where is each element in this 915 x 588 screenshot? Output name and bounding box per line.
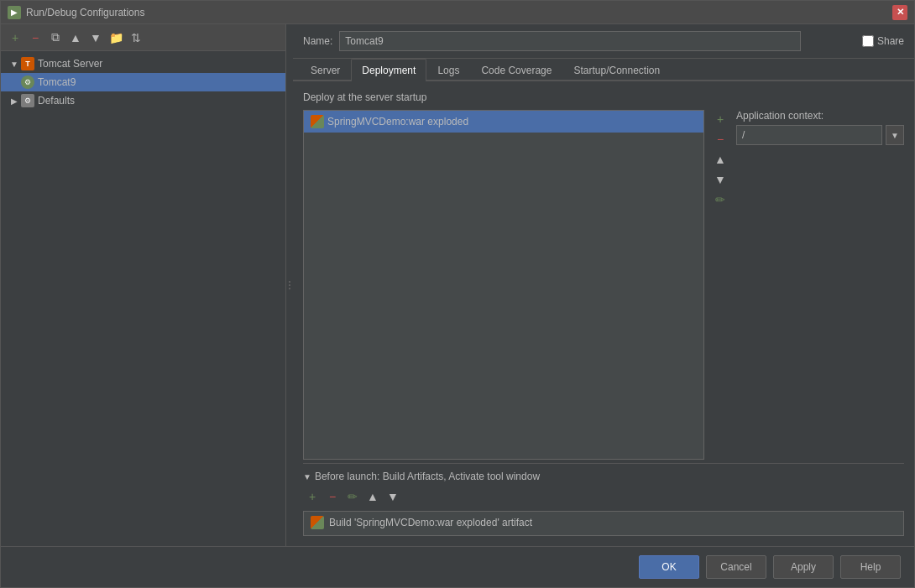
move-down-button[interactable]: ▼ [86,29,105,47]
edit-deploy-button[interactable]: ✏ [711,190,729,209]
tomcat9-label: Tomcat9 [38,76,76,88]
resize-dots [289,281,290,289]
app-context-dropdown[interactable]: ▼ [886,125,904,145]
sort-button[interactable]: ⇅ [127,29,145,47]
tree-defaults[interactable]: ▶ ⚙ Defaults [1,91,285,110]
remove-before-launch-button[interactable]: − [323,487,342,506]
share-label: Share [877,35,904,47]
app-context-label: Application context: [736,110,904,122]
run-debug-dialog: ▶ Run/Debug Configurations ✕ + − ⧉ ▲ ▼ 📁… [0,0,915,588]
add-config-button[interactable]: + [6,29,24,47]
deploy-area: SpringMVCDemo:war exploded + − ▲ ▼ ✏ App… [303,110,904,460]
move-down-before-launch-button[interactable]: ▼ [384,487,402,506]
left-toolbar: + − ⧉ ▲ ▼ 📁 ⇅ [1,24,285,51]
deployment-tab-content: Deploy at the server startup SpringMVCDe… [293,81,914,546]
tree-tomcat-server[interactable]: ▼ T Tomcat Server [1,55,285,73]
deploy-item-label: SpringMVCDemo:war exploded [327,116,468,127]
tomcat-server-icon: T [21,57,34,70]
deploy-section-label: Deploy at the server startup [303,91,904,103]
tab-code-coverage[interactable]: Code Coverage [470,59,562,81]
deploy-item[interactable]: SpringMVCDemo:war exploded [304,111,703,133]
before-launch-item-label: Build 'SpringMVCDemo:war exploded' artif… [329,517,532,528]
defaults-icon: ⚙ [21,94,34,107]
tab-startup-connection[interactable]: Startup/Connection [562,59,671,81]
share-area: Share [862,35,904,47]
defaults-label: Defaults [38,95,75,107]
tomcat-server-label: Tomcat Server [38,58,102,70]
right-panel: Name: Share Server Deployment Logs Code … [293,24,914,546]
remove-config-button[interactable]: − [26,29,44,47]
name-input[interactable] [339,31,801,51]
bottom-bar: OK Cancel Apply Help [1,546,914,587]
before-launch-artifact-icon [311,516,324,529]
app-context-row: ▼ [736,125,904,145]
add-before-launch-button[interactable]: + [303,487,322,506]
titlebar-icon: ▶ [8,6,21,19]
titlebar: ▶ Run/Debug Configurations ✕ [1,1,914,24]
add-deploy-button[interactable]: + [711,110,729,128]
help-button[interactable]: Help [840,555,901,579]
remove-deploy-button[interactable]: − [711,130,729,148]
before-launch-label: Before launch: Build Artifacts, Activate… [315,471,540,482]
move-up-deploy-button[interactable]: ▲ [711,150,729,169]
resize-handle[interactable] [286,24,293,546]
deploy-list: SpringMVCDemo:war exploded [303,110,704,460]
collapse-icon: ▼ [303,472,311,481]
tomcat9-icon: ⚙ [21,75,34,89]
folder-button[interactable]: 📁 [107,29,125,47]
apply-button[interactable]: Apply [773,555,834,579]
before-launch-list: Build 'SpringMVCDemo:war exploded' artif… [303,511,904,536]
expand-icon: ▼ [8,57,21,70]
ok-button[interactable]: OK [639,555,699,579]
move-up-before-launch-button[interactable]: ▲ [363,487,382,506]
tab-server[interactable]: Server [300,59,351,81]
before-launch-header[interactable]: ▼ Before launch: Build Artifacts, Activa… [303,471,904,482]
share-checkbox[interactable] [862,35,874,47]
deploy-action-buttons: + − ▲ ▼ ✏ [711,110,729,460]
name-label: Name: [303,35,332,47]
close-button[interactable]: ✕ [892,5,907,20]
artifact-icon [311,115,324,128]
move-up-button[interactable]: ▲ [66,29,85,47]
titlebar-text: Run/Debug Configurations [26,7,892,18]
tree-tomcat9[interactable]: ⚙ Tomcat9 [1,73,285,91]
name-row: Name: Share [293,24,914,59]
cancel-button[interactable]: Cancel [706,555,766,579]
left-panel: + − ⧉ ▲ ▼ 📁 ⇅ ▼ T Tomcat Server ⚙ [1,24,286,546]
before-launch-section: ▼ Before launch: Build Artifacts, Activa… [303,463,904,536]
app-context-area: Application context: ▼ [736,110,904,460]
edit-before-launch-button[interactable]: ✏ [343,487,362,506]
tabs-bar: Server Deployment Logs Code Coverage Sta… [293,59,914,81]
defaults-expand-icon: ▶ [8,94,21,107]
deploy-list-container: SpringMVCDemo:war exploded [303,110,704,460]
before-launch-toolbar: + − ✏ ▲ ▼ [303,487,904,506]
tab-logs[interactable]: Logs [426,59,470,81]
tab-deployment[interactable]: Deployment [351,59,426,81]
move-down-deploy-button[interactable]: ▼ [711,170,729,189]
main-content: + − ⧉ ▲ ▼ 📁 ⇅ ▼ T Tomcat Server ⚙ [1,24,914,546]
copy-config-button[interactable]: ⧉ [46,29,65,47]
app-context-input[interactable] [736,125,882,145]
config-tree: ▼ T Tomcat Server ⚙ Tomcat9 ▶ ⚙ Defaults [1,51,285,546]
before-launch-item[interactable]: Build 'SpringMVCDemo:war exploded' artif… [304,512,903,533]
